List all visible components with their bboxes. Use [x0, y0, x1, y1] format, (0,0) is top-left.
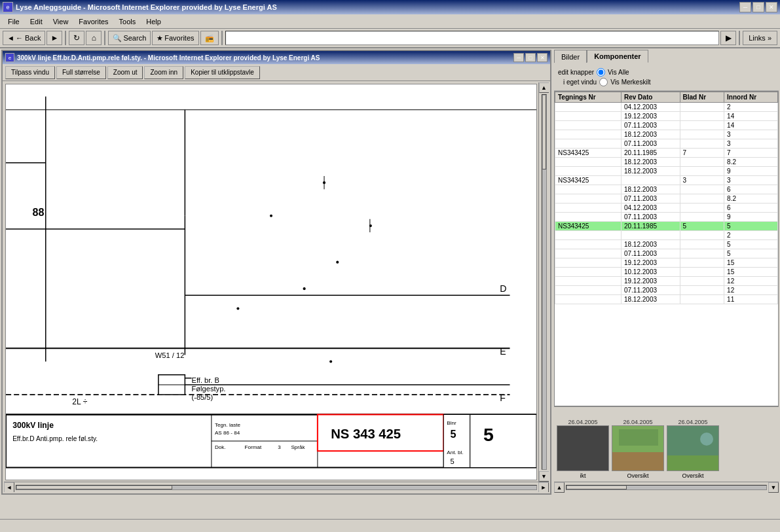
thumb-image-3[interactable]: [667, 425, 719, 471]
table-row[interactable]: 19.12.200315: [555, 258, 778, 268]
col-tegnings-nr: Tegnings Nr: [555, 92, 622, 103]
media-button[interactable]: 📻: [200, 31, 219, 45]
table-row[interactable]: NS34342520.11.198577: [555, 149, 778, 158]
links-button[interactable]: Links »: [743, 31, 777, 45]
svg-text:300kV linje: 300kV linje: [12, 421, 54, 430]
inner-maximize-button[interactable]: □: [525, 53, 536, 62]
scroll-left-button[interactable]: ◄: [4, 482, 14, 493]
kopier-button[interactable]: Kopier til utklippstavle: [185, 66, 260, 79]
inner-toolbar: Tilpass vindu Full størrelse Zoom ut Zoo…: [3, 64, 550, 81]
svg-text:E: E: [500, 346, 506, 357]
table-row[interactable]: 19.12.200314: [555, 112, 778, 121]
inner-minimize-button[interactable]: ─: [513, 53, 524, 62]
forward-button[interactable]: ►: [46, 31, 62, 45]
svg-text:5: 5: [450, 428, 456, 440]
back-arrow-icon: ◄: [7, 34, 14, 42]
svg-text:Eff. br. B: Eff. br. B: [192, 376, 219, 384]
vis-alle-radio[interactable]: [597, 68, 605, 77]
vis-merkeskilt-radio[interactable]: [599, 78, 608, 86]
thumb-date-3: 26.04.2005: [678, 419, 707, 425]
right-panel-scrollbar[interactable]: ▲ ▼: [554, 482, 779, 492]
menu-favorites[interactable]: Favorites: [73, 16, 113, 27]
svg-text:3: 3: [278, 444, 281, 450]
table-row[interactable]: 07.11.20038.2: [555, 194, 778, 204]
table-row[interactable]: 04.12.20036: [555, 204, 778, 213]
table-row[interactable]: NS34342520.11.198555: [555, 222, 778, 231]
table-row[interactable]: 18.12.200311: [555, 295, 778, 304]
media-icon: 📻: [205, 34, 214, 43]
horizontal-scrollbar[interactable]: ◄ ►: [4, 482, 549, 492]
favorites-button[interactable]: ★ Favorites: [152, 31, 198, 45]
table-row[interactable]: 18.12.20036: [555, 185, 778, 194]
col-rev-dato: Rev Dato: [621, 92, 680, 103]
right-scroll-up[interactable]: ▲: [554, 482, 565, 493]
browser-title: Lyse Anleggsguide - Microsoft Internet E…: [16, 3, 277, 11]
svg-text:2L ÷: 2L ÷: [72, 397, 87, 406]
separator-1: [65, 31, 66, 45]
vertical-scrollbar[interactable]: ▲ ▼: [538, 82, 549, 482]
search-icon: 🔍: [113, 34, 122, 43]
table-row[interactable]: 18.12.20038.2: [555, 158, 778, 167]
table-row[interactable]: 07.11.20035: [555, 249, 778, 258]
table-row[interactable]: 18.12.20035: [555, 240, 778, 249]
address-bar[interactable]: [225, 31, 720, 45]
table-row[interactable]: 18.12.20039: [555, 167, 778, 176]
table-row[interactable]: 19.12.200312: [555, 277, 778, 286]
table-row[interactable]: 07.11.20039: [555, 213, 778, 222]
browser-icon: e: [3, 2, 13, 12]
minimize-button[interactable]: ─: [739, 2, 751, 12]
zoom-ut-button[interactable]: Zoom ut: [107, 66, 143, 79]
svg-rect-60: [612, 452, 664, 471]
zoom-inn-button[interactable]: Zoom inn: [144, 66, 183, 79]
right-scroll-down[interactable]: ▼: [768, 482, 779, 493]
svg-rect-57: [470, 415, 536, 468]
main-content: e 300kV linje Eff.br.D.Anti.pmp.rele føl…: [0, 48, 780, 519]
vis-alle-label: Vis Alle: [608, 69, 629, 76]
right-panel: Bilder Komponenter edit knapper Vis Alle…: [553, 48, 780, 493]
table-row[interactable]: NS34342533: [555, 176, 778, 185]
tab-komponenter[interactable]: Komponenter: [587, 50, 648, 63]
back-button[interactable]: ◄ ← Back: [3, 31, 45, 45]
menu-help[interactable]: Help: [141, 16, 166, 27]
separator-2: [104, 31, 105, 45]
thumb-image-1[interactable]: [557, 425, 609, 471]
menu-edit[interactable]: Edit: [25, 16, 48, 27]
scroll-up-button[interactable]: ▲: [539, 82, 549, 93]
svg-text:Blnr: Blnr: [447, 420, 456, 426]
home-button[interactable]: ⌂: [86, 31, 102, 45]
i-eget-vindu-label: i eget vindu: [563, 79, 597, 86]
menu-tools[interactable]: Tools: [114, 16, 141, 27]
svg-rect-61: [619, 429, 658, 446]
table-row[interactable]: 07.11.200312: [555, 286, 778, 295]
col-innord-nr: Innord Nr: [724, 92, 778, 103]
refresh-button[interactable]: ↻: [69, 31, 84, 45]
search-button[interactable]: 🔍 Search: [108, 31, 151, 45]
scroll-right-button[interactable]: ►: [538, 482, 549, 493]
inner-close-button[interactable]: ✕: [537, 53, 548, 62]
svg-point-64: [700, 433, 713, 446]
table-row[interactable]: 07.11.200314: [555, 121, 778, 130]
table-row[interactable]: 07.11.20033: [555, 139, 778, 149]
menu-file[interactable]: File: [3, 16, 25, 27]
inner-title-bar: e 300kV linje Eff.br.D.Anti.pmp.rele føl…: [3, 51, 550, 64]
go-button[interactable]: ▶: [720, 31, 736, 45]
table-row[interactable]: 10.12.200315: [555, 268, 778, 277]
scroll-down-button[interactable]: ▼: [539, 471, 549, 482]
svg-rect-63: [667, 455, 719, 471]
table-row[interactable]: 18.12.20033: [555, 130, 778, 139]
table-row[interactable]: 2: [555, 231, 778, 240]
close-button[interactable]: ✕: [766, 2, 777, 12]
svg-text:88: 88: [32, 206, 44, 218]
tab-bilder[interactable]: Bilder: [554, 50, 587, 63]
svg-point-26: [236, 307, 239, 310]
tab-bar: Bilder Komponenter: [554, 50, 779, 63]
maximize-button[interactable]: □: [752, 2, 764, 12]
full-storrelse-button[interactable]: Full størrelse: [56, 66, 106, 79]
menu-view[interactable]: View: [48, 16, 74, 27]
tilpass-vindu-button[interactable]: Tilpass vindu: [5, 66, 55, 79]
thumb-image-2[interactable]: [612, 425, 664, 471]
table-row[interactable]: 04.12.20032: [555, 103, 778, 112]
browser-title-bar: e Lyse Anleggsguide - Microsoft Internet…: [0, 0, 780, 14]
thumb-label-3: Oversikt: [682, 472, 703, 479]
inner-browser-icon: e: [5, 53, 14, 62]
